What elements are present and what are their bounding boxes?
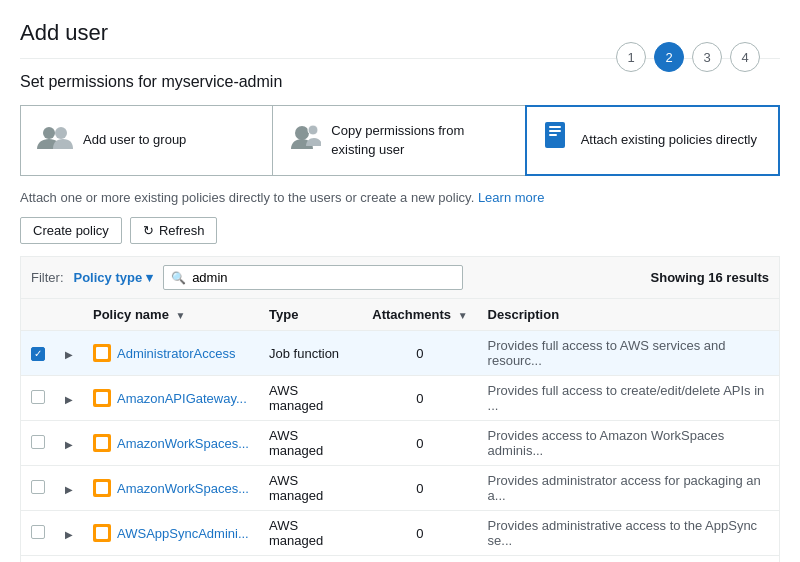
policy-icon	[93, 344, 111, 362]
expand-icon[interactable]: ▶	[65, 439, 73, 450]
attachments-header[interactable]: Attachments ▼	[362, 299, 477, 331]
table-row: ▶AWSCloud9Administ...AWS managed0Provide…	[21, 556, 779, 563]
row-expand-cell[interactable]: ▶	[55, 331, 83, 376]
row-expand-cell[interactable]: ▶	[55, 556, 83, 563]
policy-icon	[93, 389, 111, 407]
svg-point-0	[43, 127, 55, 139]
policy-description-cell: Provides full access to create/edit/dele…	[478, 376, 779, 421]
row-expand-cell[interactable]: ▶	[55, 511, 83, 556]
chevron-down-icon: ▾	[146, 270, 153, 285]
policy-name-link[interactable]: AmazonAPIGateway...	[117, 391, 247, 406]
copy-permissions-option[interactable]: Copy permissions from existing user	[273, 106, 525, 175]
add-to-group-label: Add user to group	[83, 131, 186, 149]
row-expand-cell[interactable]: ▶	[55, 466, 83, 511]
policy-name-cell: AmazonAPIGateway...	[83, 376, 259, 421]
policy-name-link[interactable]: AmazonWorkSpaces...	[117, 481, 249, 496]
step-1[interactable]: 1	[616, 42, 646, 72]
attach-policies-label: Attach existing policies directly	[581, 131, 757, 149]
expand-icon[interactable]: ▶	[65, 484, 73, 495]
toolbar: Create policy ↻ Refresh	[20, 217, 780, 244]
policy-description-cell: Provides administrative access to the Ap…	[478, 511, 779, 556]
filter-bar: Filter: Policy type ▾ 🔍 Showing 16 resul…	[20, 256, 780, 298]
select-all-header	[21, 299, 55, 331]
results-count: Showing 16 results	[651, 270, 769, 285]
policy-attachments-cell: 0	[362, 376, 477, 421]
search-icon: 🔍	[171, 271, 186, 285]
document-icon	[543, 121, 571, 160]
refresh-icon: ↻	[143, 223, 154, 238]
policy-icon	[93, 479, 111, 497]
svg-rect-5	[549, 126, 561, 128]
section-title: Set permissions for myservice-admin	[20, 73, 780, 91]
policy-description-cell: Provides access to Amazon WorkSpaces adm…	[478, 421, 779, 466]
row-checkbox-cell[interactable]	[21, 421, 55, 466]
policy-description-cell: Provides administrator access to AWS Clo…	[478, 556, 779, 563]
policy-name-link[interactable]: AmazonWorkSpaces...	[117, 436, 249, 451]
policy-type-cell: AWS managed	[259, 511, 362, 556]
learn-more-link[interactable]: Learn more	[478, 190, 544, 205]
svg-rect-6	[549, 130, 561, 132]
search-input[interactable]	[163, 265, 463, 290]
policy-type-cell: Job function	[259, 331, 362, 376]
policy-name-cell: AWSAppSyncAdmini...	[83, 511, 259, 556]
copy-permissions-label: Copy permissions from existing user	[331, 122, 508, 158]
policy-type-cell: AWS managed	[259, 466, 362, 511]
table-row: ▶AmazonWorkSpaces...AWS managed0Provides…	[21, 466, 779, 511]
row-expand-cell[interactable]: ▶	[55, 421, 83, 466]
copy-icon	[289, 121, 321, 160]
step-2[interactable]: 2	[654, 42, 684, 72]
refresh-button[interactable]: ↻ Refresh	[130, 217, 218, 244]
expand-icon[interactable]: ▶	[65, 394, 73, 405]
svg-point-2	[295, 126, 309, 140]
expand-header	[55, 299, 83, 331]
row-checkbox-cell[interactable]	[21, 511, 55, 556]
description-header: Description	[478, 299, 779, 331]
table-row: ▶AmazonAPIGateway...AWS managed0Provides…	[21, 376, 779, 421]
policy-name-header[interactable]: Policy name ▼	[83, 299, 259, 331]
svg-point-1	[55, 127, 67, 139]
table-row: ▶AmazonWorkSpaces...AWS managed0Provides…	[21, 421, 779, 466]
expand-icon[interactable]: ▶	[65, 529, 73, 540]
add-to-group-option[interactable]: Add user to group	[21, 106, 273, 175]
attach-policies-option[interactable]: Attach existing policies directly	[525, 105, 780, 176]
group-icon	[37, 122, 73, 159]
policy-name-link[interactable]: AWSAppSyncAdmini...	[117, 526, 249, 541]
unchecked-checkbox[interactable]	[31, 525, 45, 539]
search-wrapper: 🔍	[163, 265, 463, 290]
policy-icon	[93, 524, 111, 542]
step-3[interactable]: 3	[692, 42, 722, 72]
table-row: ▶AdministratorAccessJob function0Provide…	[21, 331, 779, 376]
row-checkbox-cell[interactable]	[21, 331, 55, 376]
step-4[interactable]: 4	[730, 42, 760, 72]
page-title: Add user	[20, 20, 108, 46]
policy-type-cell: AWS managed	[259, 421, 362, 466]
policy-name-link[interactable]: AdministratorAccess	[117, 346, 235, 361]
policy-description-cell: Provides administrator access for packag…	[478, 466, 779, 511]
row-checkbox-cell[interactable]	[21, 556, 55, 563]
policy-type-filter[interactable]: Policy type ▾	[74, 270, 154, 285]
row-checkbox-cell[interactable]	[21, 376, 55, 421]
expand-icon[interactable]: ▶	[65, 349, 73, 360]
policies-table: Policy name ▼ Type Attachments ▼ Descrip…	[20, 298, 780, 562]
step-indicators: 1 2 3 4	[616, 42, 760, 72]
policy-attachments-cell: 0	[362, 556, 477, 563]
unchecked-checkbox[interactable]	[31, 390, 45, 404]
table-row: ▶AWSAppSyncAdmini...AWS managed0Provides…	[21, 511, 779, 556]
svg-rect-7	[549, 134, 557, 136]
unchecked-checkbox[interactable]	[31, 435, 45, 449]
policy-name-cell: AWSCloud9Administ...	[83, 556, 259, 563]
policy-type-cell: AWS managed	[259, 376, 362, 421]
unchecked-checkbox[interactable]	[31, 480, 45, 494]
checked-checkbox[interactable]	[31, 347, 45, 361]
create-policy-button[interactable]: Create policy	[20, 217, 122, 244]
type-header: Type	[259, 299, 362, 331]
policy-name-cell: AmazonWorkSpaces...	[83, 421, 259, 466]
attachments-sort-icon: ▼	[458, 310, 468, 321]
row-checkbox-cell[interactable]	[21, 466, 55, 511]
policy-attachments-cell: 0	[362, 421, 477, 466]
policy-name-cell: AdministratorAccess	[83, 331, 259, 376]
policy-type-cell: AWS managed	[259, 556, 362, 563]
filter-label: Filter:	[31, 270, 64, 285]
policy-attachments-cell: 0	[362, 511, 477, 556]
row-expand-cell[interactable]: ▶	[55, 376, 83, 421]
